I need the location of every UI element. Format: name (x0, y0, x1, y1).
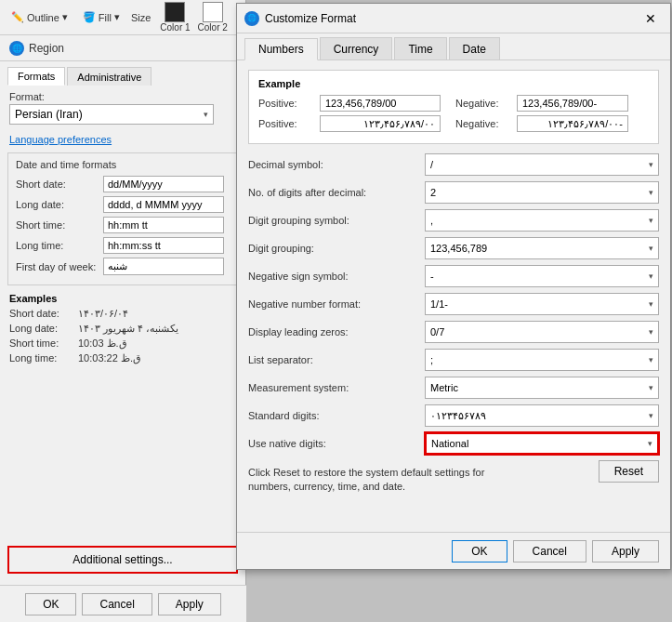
field-label-0: Short date: (16, 179, 99, 190)
setting-label-3: Digit grouping: (248, 243, 425, 254)
outline-chevron: ▾ (62, 11, 68, 23)
setting-chevron-digit_grouping_symbol: ▾ (649, 216, 653, 225)
example-row-0: Positive: Negative: (258, 95, 649, 112)
setting-dropdown-decimal_symbol[interactable]: /▾ (425, 153, 659, 176)
left-cancel-button[interactable]: Cancel (82, 593, 152, 615)
setting-dropdown-measurement[interactable]: Metric▾ (425, 377, 659, 399)
pos-label-0: Positive: (258, 98, 314, 109)
field-short-date[interactable]: dd/MM/yyyy (103, 176, 224, 192)
reset-row: Click Reset to restore the system defaul… (248, 460, 659, 495)
tab-administrative[interactable]: Administrative (67, 67, 152, 86)
setting-dropdown-digit_grouping[interactable]: 123,456,789▾ (425, 237, 659, 259)
setting-value-decimal_symbol: / (430, 159, 433, 170)
setting-row-6: Display leading zeros:0/7▾ (248, 321, 659, 343)
dialog-cancel-button[interactable]: Cancel (513, 540, 586, 562)
setting-row-0: Decimal symbol:/▾ (248, 153, 659, 176)
left-apply-button[interactable]: Apply (158, 593, 221, 615)
neg-label-0: Negative: (455, 98, 511, 109)
outline-button[interactable]: ✏️ Outline ▾ (7, 9, 72, 25)
dialog-title-bar: 🌐 Customize Format ✕ (237, 4, 670, 33)
left-panel: ✏️ Outline ▾ 🪣 Fill ▾ Size Color 1 Color… (0, 0, 246, 622)
field-label-1: Long date: (16, 199, 99, 210)
format-section: Format: Persian (Iran) ▾ (0, 86, 245, 130)
setting-row-2: Digit grouping symbol:,▾ (248, 209, 659, 232)
setting-value-digit_grouping_symbol: , (430, 215, 433, 226)
setting-dropdown-native_digits[interactable]: National▾ (425, 432, 659, 455)
left-tabs: Formats Administrative (0, 61, 245, 86)
setting-dropdown-leading_zeros[interactable]: 0/7▾ (425, 321, 659, 343)
setting-value-measurement: Metric (430, 382, 458, 393)
examples-section: Examples Short date: ۱۴۰۳/۰۶/۰۴ Long dat… (0, 289, 245, 371)
example-box: Example Positive: Negative: Positive: Ne… (248, 70, 659, 144)
field-row-4: First day of week: شنبه (16, 258, 230, 275)
setting-dropdown-list_separator[interactable]: ;▾ (425, 349, 659, 371)
field-row-2: Short time: hh:mm tt (16, 217, 230, 233)
neg-input-0[interactable] (517, 95, 628, 112)
ex-row-3: Long time: 10:03:22 ق.ظ (9, 352, 236, 364)
color2-label: Color 2 (198, 22, 228, 33)
tab-date[interactable]: Date (449, 37, 500, 60)
setting-chevron-leading_zeros: ▾ (649, 327, 653, 337)
reset-info: Click Reset to restore the system defaul… (248, 466, 508, 495)
color-swatch-2[interactable] (203, 2, 223, 22)
setting-value-negative_format: 1/1- (430, 298, 448, 310)
setting-dropdown-digits_after_decimal[interactable]: 2▾ (425, 181, 659, 204)
setting-label-1: No. of digits after decimal: (248, 187, 425, 198)
neg-input-1[interactable] (517, 115, 628, 132)
setting-chevron-standard_digits: ▾ (649, 411, 653, 420)
tab-time[interactable]: Time (394, 37, 446, 60)
additional-settings-button[interactable]: Additional settings... (7, 546, 238, 574)
setting-row-10: Use native digits:National▾ (248, 432, 659, 455)
language-preferences-link[interactable]: Language preferences (0, 130, 245, 149)
ex-value-1: یکشنبه، ۴ شهریور ۱۴۰۳ (78, 323, 178, 335)
format-label: Format: (9, 91, 236, 102)
field-row-3: Long time: hh:mm:ss tt (16, 237, 230, 254)
field-long-time[interactable]: hh:mm:ss tt (103, 237, 224, 254)
ex-label-1: Long date: (9, 323, 74, 335)
customize-format-dialog: 🌐 Customize Format ✕ Numbers Currency Ti… (236, 3, 671, 570)
setting-dropdown-negative_sign[interactable]: -▾ (425, 265, 659, 287)
ex-value-0: ۱۴۰۳/۰۶/۰۴ (78, 308, 128, 320)
pos-label-1: Positive: (258, 118, 314, 129)
setting-dropdown-digit_grouping_symbol[interactable]: ,▾ (425, 209, 659, 232)
setting-chevron-negative_sign: ▾ (649, 271, 653, 281)
setting-dropdown-standard_digits[interactable]: ۰۱۲۳۴۵۶۷۸۹▾ (425, 404, 659, 427)
field-short-time[interactable]: hh:mm tt (103, 217, 224, 233)
reset-button[interactable]: Reset (599, 460, 659, 483)
pos-input-1[interactable] (320, 115, 441, 132)
field-long-date[interactable]: dddd, d MMMM yyyy (103, 196, 224, 213)
setting-value-negative_sign: - (430, 271, 434, 282)
fill-icon: 🪣 (83, 11, 96, 23)
setting-label-6: Display leading zeros: (248, 326, 425, 337)
dialog-apply-button[interactable]: Apply (592, 540, 659, 562)
setting-row-1: No. of digits after decimal:2▾ (248, 181, 659, 204)
tab-currency[interactable]: Currency (320, 37, 393, 60)
setting-value-digit_grouping: 123,456,789 (430, 243, 487, 254)
fill-button[interactable]: 🪣 Fill ▾ (79, 9, 124, 25)
dialog-body: Example Positive: Negative: Positive: Ne… (237, 60, 670, 504)
setting-row-8: Measurement system:Metric▾ (248, 377, 659, 399)
left-ok-button[interactable]: OK (25, 593, 76, 615)
tab-formats[interactable]: Formats (7, 67, 65, 86)
field-label-4: First day of week: (16, 261, 99, 272)
setting-row-7: List separator:;▾ (248, 349, 659, 371)
field-first-day[interactable]: شنبه (103, 258, 224, 275)
setting-label-8: Measurement system: (248, 382, 425, 393)
neg-label-1: Negative: (455, 118, 511, 129)
color-swatch-1[interactable] (165, 2, 185, 22)
dialog-ok-button[interactable]: OK (452, 540, 507, 562)
setting-dropdown-negative_format[interactable]: 1/1-▾ (425, 293, 659, 315)
pos-input-0[interactable] (320, 95, 441, 112)
datetime-title: Date and time formats (16, 159, 230, 170)
example-title: Example (258, 78, 649, 89)
setting-chevron-digits_after_decimal: ▾ (649, 188, 653, 197)
setting-chevron-decimal_symbol: ▾ (649, 160, 653, 169)
datetime-section: Date and time formats Short date: dd/MM/… (7, 152, 238, 285)
left-toolbar: ✏️ Outline ▾ 🪣 Fill ▾ Size Color 1 Color… (0, 0, 245, 35)
region-header: 🌐 Region (0, 35, 245, 61)
format-dropdown[interactable]: Persian (Iran) ▾ (9, 104, 214, 125)
close-button[interactable]: ✕ (639, 7, 663, 31)
dialog-footer: OK Cancel Apply (237, 532, 670, 569)
tab-numbers[interactable]: Numbers (244, 38, 318, 60)
setting-label-4: Negative sign symbol: (248, 271, 425, 282)
